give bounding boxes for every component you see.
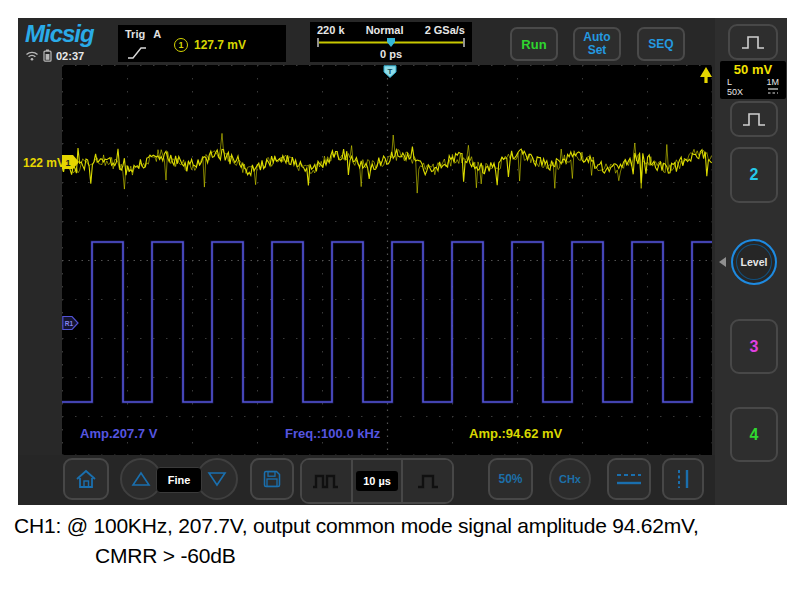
measurement-frequency: Freq.:100.0 kHz (285, 426, 380, 441)
coupling-label: L (727, 77, 732, 87)
probe-ratio-label: 50X (727, 87, 743, 97)
caption-line1: CH1: @ 100KHz, 207.7V, output common mod… (14, 514, 699, 538)
sample-rate: 2 GSa/s (425, 24, 465, 36)
triangle-down-icon (206, 470, 228, 488)
pulse-icon (741, 111, 767, 127)
brand-logo: Micsig (25, 20, 94, 48)
acquisition-row: 220 k Normal 2 GSa/s (310, 22, 472, 36)
status-area: 02:37 (25, 49, 84, 62)
run-button[interactable]: Run (510, 27, 558, 61)
waveform-plot (62, 65, 712, 455)
trigger-level-knob[interactable]: Level (731, 239, 777, 285)
pulse-train-icon (312, 472, 340, 490)
timebase-button[interactable]: 10 µs (351, 460, 402, 502)
pulse-train-button[interactable] (302, 460, 351, 502)
fine-adjust-label[interactable]: Fine (156, 467, 202, 493)
channel4-button[interactable]: 4 (730, 407, 778, 462)
trigger-status-panel[interactable]: TrigA 1 127.7 mV (118, 25, 286, 62)
single-pulse-icon (416, 472, 440, 490)
wifi-icon (25, 50, 39, 61)
auto-set-line2: Set (588, 44, 607, 57)
pulse-bottom-button[interactable] (730, 101, 778, 137)
oscilloscope-app: Micsig 02:37 TrigA 1 127.7 mV 220 k Norm… (18, 18, 787, 505)
timebase-group: 10 µs (300, 458, 454, 504)
slider-thumb[interactable] (387, 38, 395, 47)
save-icon (261, 468, 283, 490)
fifty-percent-button[interactable]: 50% (488, 458, 533, 500)
pulse-top-button[interactable] (728, 24, 778, 60)
impedance-label: 1M (766, 77, 779, 87)
measurement-ref-amplitude: Amp.207.7 V (80, 426, 157, 441)
dc-coupling-icon (767, 87, 779, 95)
clock: 02:37 (56, 50, 84, 62)
timebase-value: 10 µs (356, 471, 398, 491)
channel3-button[interactable]: 3 (730, 319, 778, 374)
rising-edge-icon (127, 45, 147, 60)
level-pointer-icon (719, 257, 726, 267)
channel-select-button[interactable]: CHx (549, 458, 591, 500)
pulse-icon (740, 34, 766, 50)
ch1-offset-label: 122 mV (23, 156, 65, 170)
acquire-mode: Normal (366, 24, 404, 36)
battery-icon (43, 49, 52, 62)
seq-button[interactable]: SEQ (637, 27, 685, 61)
vertical-scale: 50 mV (720, 62, 786, 77)
trigger-offset: 0 ps (310, 48, 472, 60)
triangle-up-icon (130, 470, 152, 488)
page: Micsig 02:37 TrigA 1 127.7 mV 220 k Norm… (0, 0, 800, 600)
acquisition-panel[interactable]: 220 k Normal 2 GSa/s 0 ps (310, 22, 472, 62)
vertical-cursors-icon (670, 467, 696, 491)
single-pulse-button[interactable] (401, 460, 452, 502)
trigger-label: TrigA (125, 28, 161, 40)
step-down-button[interactable] (196, 458, 238, 500)
caption-line2: CMRR > -60dB (95, 544, 699, 568)
horizontal-cursors-icon (614, 468, 644, 490)
horizontal-position-slider[interactable] (316, 37, 466, 48)
bottom-toolbar: Fine 10 µs 50% CHx (18, 455, 715, 505)
save-button[interactable] (250, 458, 294, 500)
right-sidebar: 50 mV L 1M 50X 2 Level 3 4 (715, 18, 787, 505)
trigger-source-badge: 1 (174, 38, 188, 52)
home-icon (74, 468, 98, 490)
channel2-button[interactable]: 2 (730, 147, 778, 203)
auto-set-button[interactable]: Auto Set (573, 27, 621, 61)
figure-caption: CH1: @ 100KHz, 207.7V, output common mod… (14, 514, 699, 568)
measurement-ch1-amplitude: Amp.:94.62 mV (469, 426, 562, 441)
channel1-info-box[interactable]: 50 mV L 1M 50X (720, 61, 786, 99)
home-button[interactable] (63, 458, 109, 500)
vertical-cursors-button[interactable] (662, 458, 704, 500)
trigger-level-value: 127.7 mV (194, 38, 246, 52)
horizontal-cursors-button[interactable] (607, 458, 651, 500)
waveform-display[interactable]: T 1 R1 Amp.207.7 V Freq.:10 (62, 65, 712, 455)
memory-depth: 220 k (317, 24, 345, 36)
